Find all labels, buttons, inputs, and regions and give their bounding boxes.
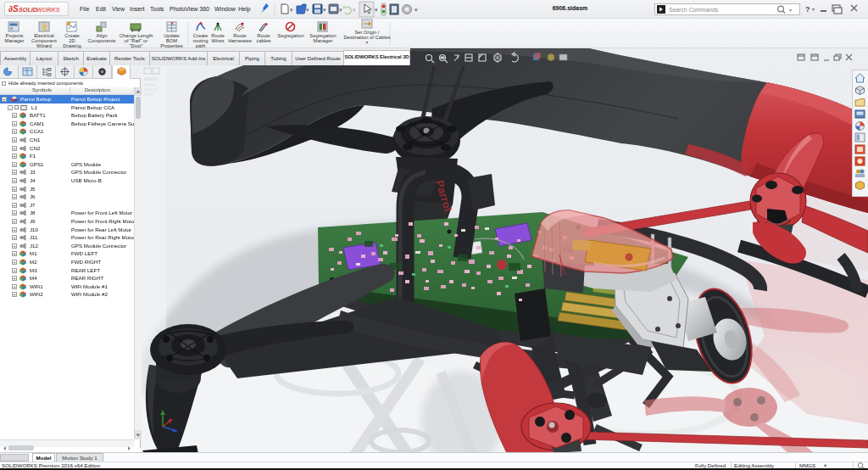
svg-text:▾: ▾ (323, 7, 326, 13)
svg-text:▾: ▾ (789, 8, 792, 13)
svg-text:▾: ▾ (812, 7, 815, 12)
svg-text:▾: ▾ (415, 7, 418, 13)
svg-text:▾: ▾ (306, 7, 309, 13)
svg-text:SOLID: SOLID (19, 6, 37, 14)
svg-text:?: ? (805, 5, 810, 14)
svg-text:Search Commands: Search Commands (669, 7, 719, 13)
svg-text:▾: ▾ (339, 7, 342, 13)
svg-text:*: * (171, 21, 174, 27)
svg-text:▾: ▾ (290, 7, 293, 13)
svg-text:▾: ▾ (375, 7, 378, 13)
svg-text:∂S: ∂S (8, 4, 19, 14)
svg-text:▾: ▾ (353, 7, 356, 13)
svg-text:WORKS: WORKS (36, 6, 60, 14)
